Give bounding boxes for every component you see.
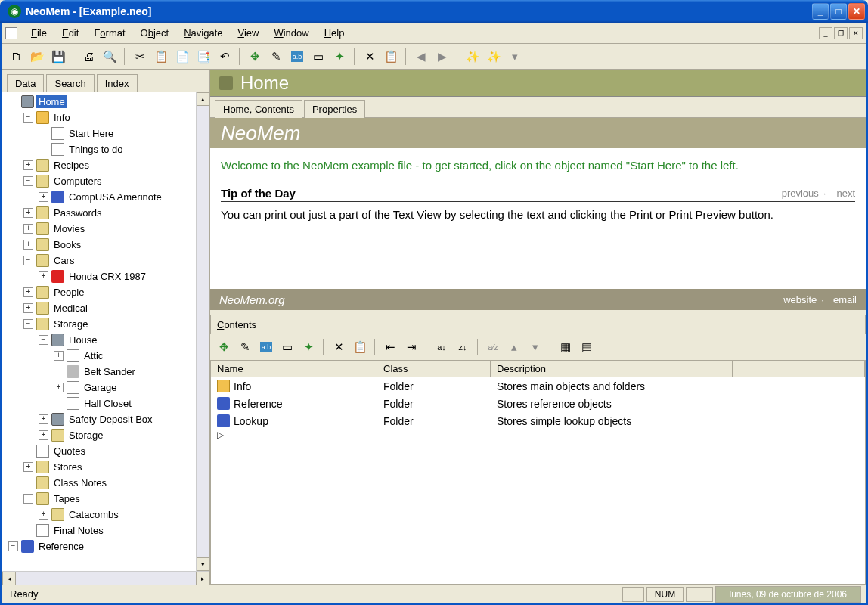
- paste-special-button[interactable]: 📑: [194, 48, 212, 66]
- dropdown-button[interactable]: ▾: [506, 48, 524, 66]
- tree-item[interactable]: −Cars: [4, 253, 196, 268]
- tree-item[interactable]: +Stores: [4, 459, 196, 475]
- tree-item[interactable]: +Books: [4, 237, 196, 253]
- col-name[interactable]: Name: [211, 361, 377, 377]
- tree-item[interactable]: −House: [4, 332, 196, 348]
- tree-item[interactable]: Final Notes: [4, 523, 196, 538]
- options-button[interactable]: 📋: [382, 48, 400, 66]
- copy-button[interactable]: 📋: [152, 48, 170, 66]
- mdi-close[interactable]: ✕: [849, 27, 863, 39]
- tree-expander[interactable]: −: [23, 113, 33, 123]
- save-button[interactable]: 💾: [49, 48, 67, 66]
- tree-item[interactable]: −Computers: [4, 173, 196, 189]
- tree-horizontal-scrollbar[interactable]: ◂ ▸: [2, 571, 209, 585]
- tree-item[interactable]: +Safety Deposit Box: [4, 411, 196, 427]
- tree-item[interactable]: Belt Sander: [4, 364, 196, 380]
- tree-item[interactable]: +Passwords: [4, 205, 196, 221]
- ct-down-button[interactable]: ▾: [526, 338, 544, 356]
- tree-item[interactable]: Things to do: [4, 141, 196, 157]
- tree-expander[interactable]: −: [23, 176, 33, 186]
- move-button[interactable]: ✥: [246, 48, 264, 66]
- tree-expander[interactable]: +: [23, 287, 33, 297]
- mdi-restore[interactable]: ❐: [834, 27, 848, 39]
- tree-item[interactable]: Hall Closet: [4, 396, 196, 411]
- close-button[interactable]: ✕: [848, 3, 865, 20]
- table-row[interactable]: ReferenceFolderStores reference objects: [211, 395, 865, 412]
- tree-item[interactable]: +Honda CRX 1987: [4, 268, 196, 284]
- wand2-button[interactable]: ✨: [485, 48, 503, 66]
- ct-view-detail-button[interactable]: ▤: [578, 338, 596, 356]
- website-link[interactable]: website: [783, 294, 817, 306]
- menu-file[interactable]: File: [25, 25, 53, 41]
- tree-item[interactable]: Start Here: [4, 126, 196, 141]
- tree-item[interactable]: Home: [4, 94, 196, 110]
- tree-item[interactable]: +Storage: [4, 427, 196, 443]
- print-button[interactable]: 🖨: [79, 48, 98, 66]
- ct-properties-button[interactable]: ▭: [278, 338, 296, 356]
- table-body[interactable]: InfoFolderStores main objects and folder…: [211, 377, 865, 584]
- tree-expander[interactable]: +: [23, 224, 33, 234]
- tree-expander[interactable]: +: [23, 240, 33, 250]
- tree-expander[interactable]: +: [39, 510, 48, 520]
- tree-item[interactable]: Quotes: [4, 443, 196, 459]
- tree-item[interactable]: +People: [4, 284, 196, 300]
- ct-filter-button[interactable]: a⁄z: [484, 338, 502, 356]
- menu-object[interactable]: Object: [135, 25, 175, 41]
- minimize-button[interactable]: _: [812, 3, 829, 20]
- ct-up-button[interactable]: ▴: [505, 338, 523, 356]
- tree-expander[interactable]: +: [39, 414, 48, 424]
- delete-button[interactable]: ✕: [361, 48, 379, 66]
- tree-view[interactable]: Home−InfoStart HereThings to do+Recipes−…: [2, 92, 196, 571]
- tree-expander[interactable]: +: [23, 208, 33, 218]
- col-description[interactable]: Description: [491, 361, 733, 377]
- tree-expander[interactable]: −: [23, 256, 33, 265]
- properties-button[interactable]: ▭: [309, 48, 327, 66]
- wand-button[interactable]: ✨: [463, 48, 482, 66]
- tree-expander[interactable]: +: [54, 383, 64, 392]
- ct-refresh-button[interactable]: ✦: [299, 338, 318, 356]
- ct-sort-desc-button[interactable]: z↓: [454, 338, 472, 356]
- tree-item[interactable]: −Storage: [4, 316, 196, 332]
- tree-item[interactable]: +Attic: [4, 348, 196, 364]
- ct-view-list-button[interactable]: ▦: [556, 338, 575, 356]
- print-preview-button[interactable]: 🔍: [101, 48, 119, 66]
- tip-previous-link[interactable]: previous: [782, 188, 819, 199]
- col-class[interactable]: Class: [377, 361, 491, 377]
- tree-expander[interactable]: +: [54, 351, 64, 361]
- email-link[interactable]: email: [833, 294, 857, 306]
- scroll-up-icon[interactable]: ▴: [197, 92, 209, 106]
- tree-vertical-scrollbar[interactable]: ▴ ▾: [196, 92, 209, 571]
- forward-button[interactable]: ▶: [433, 48, 451, 66]
- tree-item[interactable]: −Info: [4, 110, 196, 126]
- tree-expander[interactable]: −: [23, 494, 33, 504]
- tab-index[interactable]: Index: [97, 74, 138, 92]
- table-row[interactable]: LookupFolderStores simple lookup objects: [211, 412, 865, 430]
- menu-format[interactable]: Format: [88, 25, 131, 41]
- menu-edit[interactable]: Edit: [56, 25, 85, 41]
- edit-button[interactable]: ✎: [267, 48, 285, 66]
- tree-item[interactable]: +Recipes: [4, 157, 196, 173]
- scroll-right-icon[interactable]: ▸: [196, 572, 209, 585]
- tree-expander[interactable]: +: [23, 303, 33, 313]
- menu-navigate[interactable]: Navigate: [178, 25, 228, 41]
- ct-outdent-button[interactable]: ⇤: [381, 338, 399, 356]
- tab-data[interactable]: Data: [7, 74, 44, 92]
- paste-button[interactable]: 📄: [173, 48, 191, 66]
- tree-item[interactable]: +Garage: [4, 380, 196, 396]
- scroll-down-icon[interactable]: ▾: [197, 557, 209, 571]
- rename-button[interactable]: a.b: [288, 48, 306, 66]
- ct-sort-asc-button[interactable]: a↓: [432, 338, 451, 356]
- tip-next-link[interactable]: next: [836, 188, 855, 199]
- tree-expander[interactable]: +: [23, 462, 33, 472]
- tree-expander[interactable]: +: [23, 160, 33, 170]
- ct-rename-button[interactable]: a.b: [257, 338, 275, 356]
- refresh-button[interactable]: ✦: [330, 48, 349, 66]
- mdi-minimize[interactable]: _: [819, 27, 832, 39]
- tree-item[interactable]: +Movies: [4, 221, 196, 237]
- tree-expander[interactable]: +: [39, 192, 48, 202]
- undo-button[interactable]: ↶: [215, 48, 234, 66]
- tree-item[interactable]: +Catacombs: [4, 507, 196, 523]
- tree-expander[interactable]: −: [39, 335, 48, 345]
- tab-home-contents[interactable]: Home, Contents: [215, 100, 302, 118]
- tree-expander[interactable]: +: [39, 430, 48, 440]
